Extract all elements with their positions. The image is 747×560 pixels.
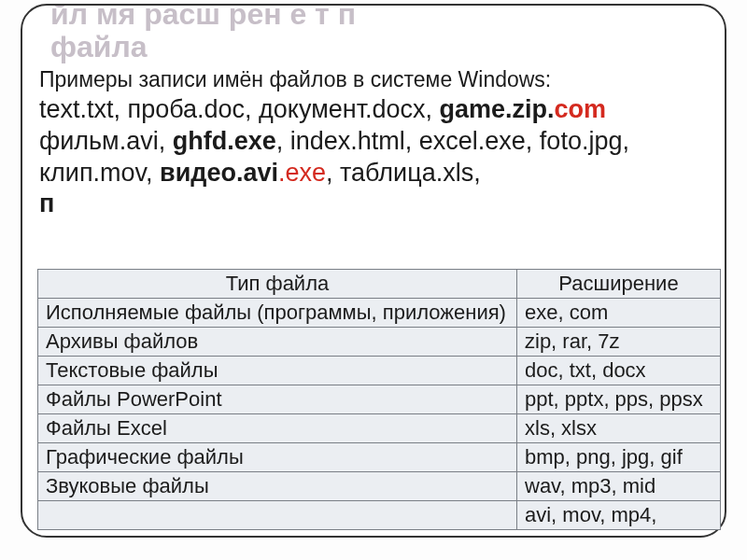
td-type: Текстовые файлы bbox=[38, 357, 517, 385]
ex-text: , таблица.xls, bbox=[326, 159, 481, 187]
td-type bbox=[38, 501, 517, 530]
table-row: Файлы PowerPointppt, pptx, pps, ppsx bbox=[38, 385, 721, 414]
ex-text: , index.html, excel.exe, foto.jpg, bbox=[276, 127, 629, 155]
ex-bold: game.zip. bbox=[440, 95, 555, 123]
ex-text: клип.mov, bbox=[39, 159, 160, 187]
td-ext: wav, mp3, mid bbox=[517, 472, 721, 501]
td-type: Исполняемые файлы (программы, приложения… bbox=[38, 299, 517, 328]
title-line1: йл мя расш рен е т п bbox=[50, 4, 356, 31]
td-type: Файлы PowerPoint bbox=[38, 385, 517, 414]
td-ext: xls, xlsx bbox=[517, 414, 721, 443]
td-ext: bmp, png, jpg, gif bbox=[517, 443, 721, 472]
td-type: Архивы файлов bbox=[38, 328, 517, 357]
table-row: Файлы Excelxls, xlsx bbox=[38, 414, 721, 443]
td-ext: ppt, pptx, pps, ppsx bbox=[517, 385, 721, 414]
td-ext: zip, rar, 7z bbox=[517, 328, 721, 357]
ex-bold-cut: п bbox=[39, 189, 54, 217]
ex-red: com bbox=[555, 95, 607, 123]
th-type: Тип файла bbox=[38, 270, 517, 299]
th-ext: Расширение bbox=[517, 270, 721, 299]
td-type: Файлы Excel bbox=[38, 414, 517, 443]
ex-bold: видео.avi bbox=[160, 159, 278, 187]
intro-text: Примеры записи имён файлов в системе Win… bbox=[39, 67, 708, 92]
ex-bold: ghfd.exe bbox=[173, 127, 276, 155]
table-row: Исполняемые файлы (программы, приложения… bbox=[38, 299, 721, 328]
extensions-table: Тип файла Расширение Исполняемые файлы (… bbox=[37, 269, 721, 530]
td-ext: avi, mov, mp4, bbox=[517, 501, 721, 530]
table-row: Звуковые файлыwav, mp3, mid bbox=[38, 472, 721, 501]
ex-text: text.txt, проба.doc, документ.docx, bbox=[39, 95, 440, 123]
filename-examples: text.txt, проба.doc, документ.docx, game… bbox=[39, 94, 708, 220]
table-row: Архивы файловzip, rar, 7z bbox=[38, 328, 721, 357]
table-row: Текстовые файлыdoc, txt, docx bbox=[38, 357, 721, 385]
td-ext: exe, com bbox=[517, 299, 721, 328]
ex-text: фильм.avi, bbox=[39, 127, 173, 155]
table-row: Графические файлыbmp, png, jpg, gif bbox=[38, 443, 721, 472]
table-row: avi, mov, mp4, bbox=[38, 501, 721, 530]
title-line2: файла bbox=[50, 31, 697, 63]
ex-red: .exe bbox=[278, 159, 326, 187]
slide-title: йл мя расш рен е т п файла bbox=[50, 4, 697, 63]
td-type: Графические файлы bbox=[38, 443, 517, 472]
td-type: Звуковые файлы bbox=[38, 472, 517, 501]
slide-content: Примеры записи имён файлов в системе Win… bbox=[39, 67, 708, 220]
table-header-row: Тип файла Расширение bbox=[38, 270, 721, 299]
td-ext: doc, txt, docx bbox=[517, 357, 721, 385]
